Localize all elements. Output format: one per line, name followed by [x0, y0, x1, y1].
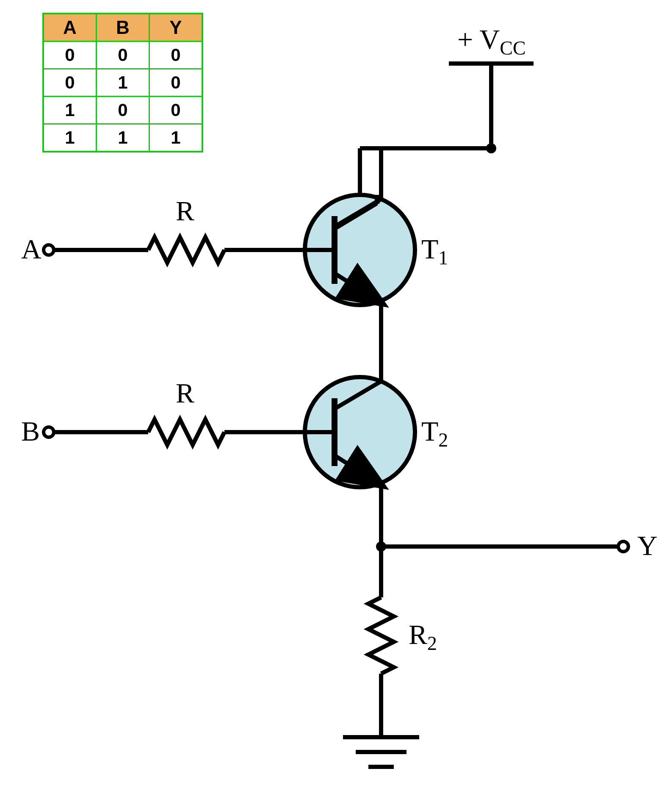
resistor-2-label: R2 — [409, 619, 437, 655]
terminal-b-icon — [44, 427, 54, 437]
resistor-b-icon — [148, 419, 224, 445]
resistor-a-label: R — [176, 195, 194, 227]
resistor-r2-icon — [368, 597, 394, 674]
terminal-a-icon — [44, 245, 54, 255]
resistor-a-icon — [148, 237, 224, 263]
terminal-y-icon — [618, 541, 628, 552]
input-b-label: B — [21, 415, 40, 447]
circuit-diagram — [8, 8, 672, 802]
output-y-label: Y — [637, 530, 658, 562]
transistor-1-label: T1 — [421, 233, 448, 269]
resistor-b-label: R — [176, 377, 194, 409]
vcc-label: + VCC — [457, 23, 526, 59]
transistor-2-label: T2 — [421, 415, 448, 451]
input-a-label: A — [21, 233, 41, 265]
